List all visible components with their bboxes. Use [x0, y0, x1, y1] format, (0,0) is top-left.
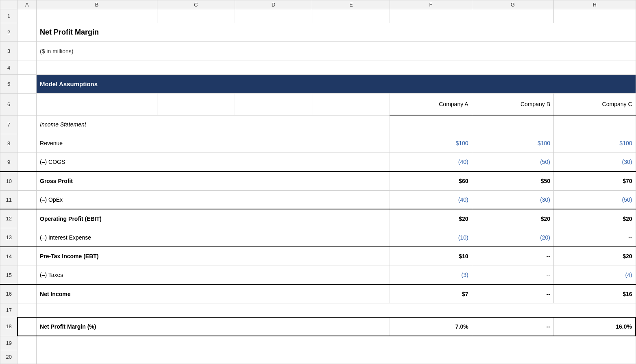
row-7: 7 Income Statement [0, 115, 636, 134]
row-14: 14 Pre-Tax Income (EBT) $10 -- $20 [0, 247, 636, 266]
cell-6c[interactable] [157, 93, 235, 115]
cell-7f[interactable] [390, 115, 472, 134]
cogs-a[interactable]: (40) [390, 153, 472, 172]
revenue-b[interactable]: $100 [472, 134, 553, 153]
gross-profit-b[interactable]: $50 [472, 172, 553, 190]
cell-1d[interactable] [235, 9, 312, 23]
cell-1c[interactable] [157, 9, 235, 23]
taxes-label: (–) Taxes [37, 266, 390, 284]
revenue-a[interactable]: $100 [390, 134, 472, 153]
npm-a[interactable]: 7.0% [390, 317, 472, 336]
cell-17b[interactable] [37, 303, 636, 317]
cell-1g[interactable] [472, 9, 553, 23]
cell-1b[interactable] [37, 9, 157, 23]
interest-c[interactable]: -- [554, 228, 636, 247]
spreadsheet: A B C D E F G H 1 2 Net Profit Margin [0, 0, 636, 364]
cell-6d[interactable] [235, 93, 312, 115]
taxes-a[interactable]: (3) [390, 266, 472, 284]
company-a-header: Company A [390, 93, 472, 115]
col-f-header: F [390, 0, 472, 9]
cell-19a[interactable] [17, 336, 37, 350]
cell-6a[interactable] [17, 93, 37, 115]
row-11: 11 (–) OpEx (40) (30) (50) [0, 190, 636, 209]
opex-a[interactable]: (40) [390, 190, 472, 209]
row-19: 19 [0, 336, 636, 350]
row-5: 5 Model Assumptions [0, 74, 636, 93]
cell-3a[interactable] [17, 42, 37, 61]
cell-5a[interactable] [17, 74, 37, 93]
row-13: 13 (–) Interest Expense (10) (20) -- [0, 228, 636, 247]
cell-4a[interactable] [17, 61, 37, 74]
ebt-b[interactable]: -- [472, 247, 553, 266]
gross-profit-a[interactable]: $60 [390, 172, 472, 190]
cell-1e[interactable] [312, 9, 390, 23]
row-3: 3 ($ in millions) [0, 42, 636, 61]
company-b-header: Company B [472, 93, 553, 115]
cell-1h[interactable] [554, 9, 636, 23]
row-10: 10 Gross Profit $60 $50 $70 [0, 172, 636, 190]
cell-16a[interactable] [17, 284, 37, 303]
col-c-header: C [157, 0, 235, 9]
cell-8a[interactable] [17, 134, 37, 153]
interest-label: (–) Interest Expense [37, 228, 390, 247]
cell-2a[interactable] [17, 23, 37, 42]
ebt-a[interactable]: $10 [390, 247, 472, 266]
net-income-b[interactable]: -- [472, 284, 553, 303]
cell-9a[interactable] [17, 153, 37, 172]
cell-6e[interactable] [312, 93, 390, 115]
cell-17a[interactable] [17, 303, 37, 317]
ebit-c[interactable]: $20 [554, 209, 636, 228]
cell-15a[interactable] [17, 266, 37, 284]
cell-10a[interactable] [17, 172, 37, 190]
row-num-16: 16 [0, 284, 17, 303]
row-num-4: 4 [0, 61, 17, 74]
gross-profit-label: Gross Profit [37, 172, 390, 190]
cell-11a[interactable] [17, 190, 37, 209]
col-b-header: B [37, 0, 157, 9]
taxes-c[interactable]: (4) [554, 266, 636, 284]
cell-14a[interactable] [17, 247, 37, 266]
ebt-c[interactable]: $20 [554, 247, 636, 266]
revenue-c[interactable]: $100 [554, 134, 636, 153]
ebit-a[interactable]: $20 [390, 209, 472, 228]
cell-20b[interactable] [37, 350, 636, 364]
row-num-19: 19 [0, 336, 17, 350]
interest-b[interactable]: (20) [472, 228, 553, 247]
cell-7a[interactable] [17, 115, 37, 134]
cell-1f[interactable] [390, 9, 472, 23]
cell-19b[interactable] [37, 336, 636, 350]
col-d-header: D [235, 0, 312, 9]
row-17: 17 [0, 303, 636, 317]
row-1: 1 [0, 9, 636, 23]
cogs-c[interactable]: (30) [554, 153, 636, 172]
gross-profit-c[interactable]: $70 [554, 172, 636, 190]
corner-cell [0, 0, 17, 9]
row-num-9: 9 [0, 153, 17, 172]
company-c-header: Company C [554, 93, 636, 115]
cell-20a[interactable] [17, 350, 37, 364]
cell-7g[interactable] [472, 115, 553, 134]
cell-4bc[interactable] [37, 61, 636, 74]
row-9: 9 (–) COGS (40) (50) (30) [0, 153, 636, 172]
cell-1a[interactable] [17, 9, 37, 23]
cell-7h[interactable] [554, 115, 636, 134]
ebit-b[interactable]: $20 [472, 209, 553, 228]
opex-b[interactable]: (30) [472, 190, 553, 209]
ebit-label: Operating Profit (EBIT) [37, 209, 390, 228]
revenue-label: Revenue [37, 134, 390, 153]
cell-18a[interactable] [17, 317, 37, 336]
cogs-b[interactable]: (50) [472, 153, 553, 172]
row-18: 18 Net Profit Margin (%) 7.0% -- 16.0% [0, 317, 636, 336]
cell-12a[interactable] [17, 209, 37, 228]
taxes-b[interactable]: -- [472, 266, 553, 284]
npm-b[interactable]: -- [472, 317, 553, 336]
opex-label: (–) OpEx [37, 190, 390, 209]
cell-6b[interactable] [37, 93, 157, 115]
npm-c[interactable]: 16.0% [554, 317, 636, 336]
interest-a[interactable]: (10) [390, 228, 472, 247]
opex-c[interactable]: (50) [554, 190, 636, 209]
net-income-a[interactable]: $7 [390, 284, 472, 303]
net-income-c[interactable]: $16 [554, 284, 636, 303]
row-num-10: 10 [0, 172, 17, 190]
cell-13a[interactable] [17, 228, 37, 247]
